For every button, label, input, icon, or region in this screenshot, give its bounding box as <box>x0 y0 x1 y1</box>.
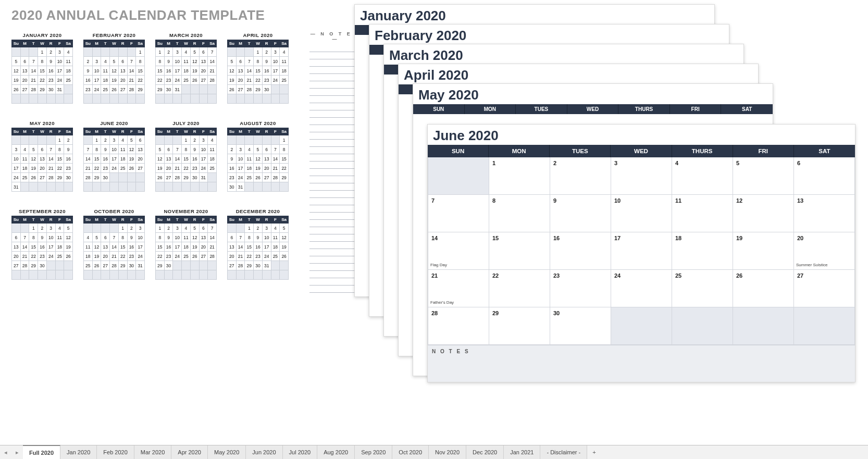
day-cell[interactable]: 28 <box>428 307 489 345</box>
mini-day-header: Su <box>12 216 21 224</box>
mini-day-cell: 2 <box>38 224 47 233</box>
mini-day-cell <box>190 182 199 192</box>
mini-calendar-title: JULY 2020 <box>155 119 217 128</box>
day-cell[interactable]: 21Father's Day <box>428 270 489 307</box>
day-cell[interactable]: 12 <box>733 195 794 232</box>
mini-day-cell: 29 <box>118 261 127 270</box>
day-cell[interactable]: 23 <box>550 270 611 307</box>
sheet-tab[interactable]: Oct 2020 <box>392 445 429 459</box>
day-cell[interactable]: 8 <box>489 195 550 232</box>
mini-day-cell: 10 <box>92 66 101 76</box>
day-cell[interactable]: 29 <box>489 307 550 345</box>
day-cell[interactable]: 10 <box>611 195 672 232</box>
mini-day-header: T <box>101 128 110 135</box>
sheet-tab[interactable]: Jul 2020 <box>283 445 318 459</box>
day-event: Flag Day <box>430 263 447 267</box>
tab-nav-left[interactable]: ◂ <box>0 445 11 459</box>
day-cell[interactable]: 18 <box>672 232 733 270</box>
sheet-tab[interactable]: - Disclaimer - <box>540 445 587 459</box>
day-cell[interactable] <box>611 307 672 345</box>
day-cell[interactable]: 17 <box>611 232 672 270</box>
add-sheet-button[interactable]: + <box>587 445 601 459</box>
mini-day-cell <box>38 182 47 192</box>
notes-line <box>309 286 362 293</box>
mini-day-cell: 3 <box>136 224 145 233</box>
mini-day-cell <box>182 182 191 192</box>
mini-day-cell: 26 <box>280 252 289 261</box>
mini-day-cell: 16 <box>164 66 173 76</box>
mini-day-cell: 27 <box>20 85 29 94</box>
mini-day-header: Su <box>12 128 21 135</box>
mini-day-cell <box>208 94 217 104</box>
day-cell[interactable]: 30 <box>550 307 611 345</box>
day-cell[interactable]: 15 <box>489 232 550 270</box>
mini-day-cell: 29 <box>280 173 289 182</box>
mini-day-header: T <box>173 216 182 224</box>
mini-day-cell: 11 <box>20 154 29 164</box>
day-cell[interactable]: 26 <box>733 270 794 307</box>
day-number: 29 <box>489 307 550 316</box>
sheet-tab[interactable]: Sep 2020 <box>355 445 392 459</box>
day-cell[interactable]: 25 <box>672 270 733 307</box>
day-cell[interactable]: 3 <box>611 157 672 195</box>
day-cell[interactable]: 7 <box>428 195 489 232</box>
day-cell[interactable]: 6 <box>794 157 855 195</box>
mini-day-cell <box>64 261 73 270</box>
day-number: 2 <box>550 157 611 166</box>
mini-day-cell: 22 <box>38 76 47 85</box>
day-cell[interactable]: 14Flag Day <box>428 232 489 270</box>
mini-day-header: R <box>262 40 271 47</box>
day-cell[interactable]: 24 <box>611 270 672 307</box>
mini-day-header: Su <box>228 40 237 47</box>
mini-day-cell <box>245 182 254 192</box>
sheet-tab[interactable]: Jan 2021 <box>504 445 540 459</box>
day-cell[interactable] <box>428 157 489 195</box>
day-cell[interactable]: 13 <box>794 195 855 232</box>
sheet-tab[interactable]: Apr 2020 <box>171 445 208 459</box>
day-cell[interactable]: 22 <box>489 270 550 307</box>
sheet-tab[interactable]: Aug 2020 <box>317 445 355 459</box>
mini-day-cell: 25 <box>182 76 191 85</box>
month-notes-area[interactable]: N O T E S <box>428 345 855 382</box>
sheet-tab[interactable]: Dec 2020 <box>466 445 504 459</box>
day-cell[interactable]: 2 <box>550 157 611 195</box>
mini-day-cell: 9 <box>127 233 136 242</box>
day-cell[interactable]: 27 <box>794 270 855 307</box>
day-cell[interactable]: 1 <box>489 157 550 195</box>
mini-day-cell: 16 <box>190 154 199 164</box>
sheet-tab[interactable]: Feb 2020 <box>97 445 134 459</box>
mini-day-header: W <box>38 40 47 47</box>
tab-nav-right[interactable]: ▸ <box>11 445 23 459</box>
day-cell[interactable] <box>733 307 794 345</box>
day-cell[interactable] <box>794 307 855 345</box>
mini-day-cell: 16 <box>228 164 237 173</box>
mini-day-cell: 24 <box>110 164 119 173</box>
mini-day-header: Sa <box>136 128 145 135</box>
mini-day-header: M <box>164 216 173 224</box>
mini-day-cell: 13 <box>12 242 21 252</box>
day-cell[interactable]: 20Summer Solstice <box>794 232 855 270</box>
day-cell[interactable]: 4 <box>672 157 733 195</box>
day-cell[interactable] <box>672 307 733 345</box>
day-cell[interactable]: 9 <box>550 195 611 232</box>
mini-day-cell: 2 <box>228 145 237 154</box>
sheet-tab[interactable]: Nov 2020 <box>429 445 466 459</box>
mini-day-cell: 15 <box>245 242 254 252</box>
sheet-tab[interactable]: Jan 2020 <box>60 445 97 459</box>
mini-day-cell: 9 <box>84 66 93 76</box>
sheet-tab[interactable]: May 2020 <box>208 445 246 459</box>
day-cell[interactable]: 11 <box>672 195 733 232</box>
sheet-tab[interactable]: Jun 2020 <box>246 445 282 459</box>
mini-day-cell: 8 <box>156 57 165 66</box>
day-cell[interactable]: 16 <box>550 232 611 270</box>
sheet-tab-bar: ◂ ▸ Full 2020Jan 2020Feb 2020Mar 2020Apr… <box>0 445 868 459</box>
mini-day-cell: 28 <box>84 173 93 182</box>
day-cell[interactable]: 5 <box>733 157 794 195</box>
month-page-title: April 2020 <box>399 64 758 84</box>
day-cell[interactable]: 19 <box>733 232 794 270</box>
mini-day-cell: 5 <box>12 57 21 66</box>
sheet-tab[interactable]: Mar 2020 <box>134 445 171 459</box>
sheet-tab[interactable]: Full 2020 <box>23 445 60 459</box>
notes-line <box>309 125 362 132</box>
day-number: 12 <box>733 195 793 204</box>
